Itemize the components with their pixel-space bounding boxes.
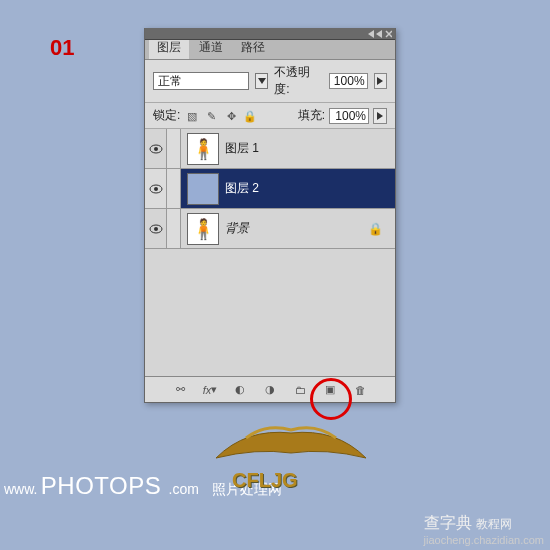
chazidian-sub: 教程网 (476, 517, 512, 531)
svg-point-8 (154, 147, 158, 151)
svg-point-12 (154, 227, 158, 231)
eye-icon (149, 144, 163, 154)
lock-position-icon[interactable]: ✥ (223, 108, 239, 124)
new-layer-icon[interactable]: ▣ (322, 382, 338, 398)
opacity-slider-icon[interactable] (374, 73, 387, 89)
layer-list: 🧍 图层 1 图层 2 🧍 背景 🔒 (145, 129, 395, 393)
chazidian-watermark: 查字典 教程网 jiaocheng.chazidian.com (424, 513, 544, 546)
layer-thumbnail[interactable] (187, 173, 219, 205)
layer-row[interactable]: 🧍 背景 🔒 (145, 209, 395, 249)
opacity-label: 不透明度: (274, 64, 323, 98)
trash-icon[interactable]: 🗑 (352, 382, 368, 398)
opacity-input[interactable]: 100% (329, 73, 367, 89)
mask-icon[interactable]: ◐ (232, 382, 248, 398)
svg-marker-6 (377, 112, 383, 120)
layers-panel: 图层 通道 路径 正常 不透明度: 100% 锁定: ▧ ✎ ✥ 🔒 填充: 1… (144, 28, 396, 403)
layer-row[interactable]: 图层 2 (145, 169, 395, 209)
panel-titlebar[interactable] (145, 28, 395, 40)
lock-label: 锁定: (153, 107, 180, 124)
eye-icon (149, 224, 163, 234)
svg-point-10 (154, 187, 158, 191)
link-col (167, 209, 181, 248)
svg-marker-5 (377, 77, 383, 85)
photops-suffix: .com (165, 481, 199, 497)
fill-input[interactable]: 100% (329, 108, 369, 124)
panel-footer: ⚯ fx▾ ◐ ◑ 🗀 ▣ 🗑 (145, 376, 395, 402)
blend-mode-select[interactable]: 正常 (153, 72, 249, 90)
svg-marker-4 (258, 78, 266, 84)
lock-all-icon[interactable]: 🔒 (242, 108, 258, 124)
lock-transparency-icon[interactable]: ▧ (184, 108, 200, 124)
tab-bar: 图层 通道 路径 (145, 40, 395, 60)
blend-mode-value: 正常 (158, 73, 182, 90)
lock-fill-row: 锁定: ▧ ✎ ✥ 🔒 填充: 100% (145, 103, 395, 129)
eye-icon (149, 184, 163, 194)
layer-name[interactable]: 图层 1 (225, 140, 259, 157)
chazidian-url: jiaocheng.chazidian.com (424, 534, 544, 546)
visibility-toggle[interactable] (145, 169, 167, 208)
link-col (167, 169, 181, 208)
lock-icons-group: ▧ ✎ ✥ 🔒 (184, 108, 258, 124)
link-col (167, 129, 181, 168)
layer-row[interactable]: 🧍 图层 1 (145, 129, 395, 169)
lock-pixels-icon[interactable]: ✎ (204, 108, 220, 124)
visibility-toggle[interactable] (145, 129, 167, 168)
photops-prefix: www. (0, 481, 37, 497)
link-icon[interactable]: ⚯ (172, 382, 188, 398)
fill-label: 填充: (298, 107, 325, 124)
group-icon[interactable]: 🗀 (292, 382, 308, 398)
visibility-toggle[interactable] (145, 209, 167, 248)
layer-thumbnail[interactable]: 🧍 (187, 213, 219, 245)
fx-icon[interactable]: fx▾ (202, 382, 218, 398)
adjust-icon[interactable]: ◑ (262, 382, 278, 398)
svg-marker-0 (368, 30, 374, 38)
layer-name[interactable]: 背景 (225, 220, 249, 237)
blend-mode-dropdown-icon[interactable] (255, 73, 268, 89)
blend-opacity-row: 正常 不透明度: 100% (145, 60, 395, 103)
fill-slider-icon[interactable] (373, 108, 387, 124)
lock-icon: 🔒 (368, 222, 383, 236)
layer-thumbnail[interactable]: 🧍 (187, 133, 219, 165)
panel-collapse-icon[interactable] (368, 30, 392, 38)
svg-marker-1 (376, 30, 382, 38)
chazidian-main: 查字典 (424, 514, 472, 531)
layer-name[interactable]: 图层 2 (225, 180, 259, 197)
photops-domain: PHOTOPS (41, 472, 161, 499)
gold-text: CFLJG (232, 469, 298, 492)
step-number: 01 (50, 35, 74, 61)
